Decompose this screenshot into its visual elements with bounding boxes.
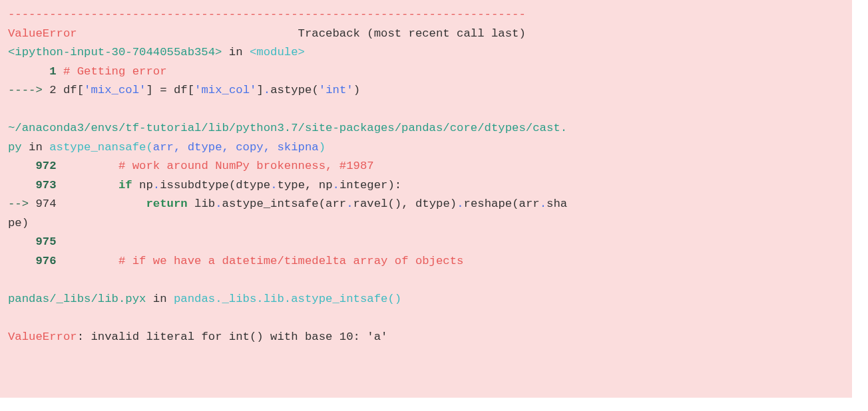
header-spacing xyxy=(77,27,298,40)
function-full-name: pandas._libs.lib.astype_intsafe xyxy=(174,293,387,305)
line-number: 976 xyxy=(35,255,56,267)
paren: ( xyxy=(512,198,519,210)
dot: . xyxy=(346,198,353,210)
dot: . xyxy=(333,179,339,192)
final-error-name: ValueError xyxy=(8,331,77,343)
colon: : xyxy=(77,331,84,343)
line-prefix xyxy=(8,179,35,192)
bracket: [ xyxy=(188,84,194,96)
method-name: astype xyxy=(270,84,312,96)
code-text: lib xyxy=(188,198,215,210)
dot: . xyxy=(264,84,270,96)
code-text: integer xyxy=(339,179,388,192)
paren: ) xyxy=(353,84,360,96)
paren: () xyxy=(387,293,401,305)
string-literal: 'mix_col' xyxy=(84,84,146,96)
file-path: ~/anaconda3/envs/tf-tutorial/lib/python3… xyxy=(8,122,567,134)
current-line-arrow: ----> xyxy=(8,84,49,96)
paren: (), xyxy=(387,198,408,210)
code-text: type xyxy=(278,179,305,192)
dot: . xyxy=(540,198,546,210)
code-text: df xyxy=(63,84,77,96)
dot: . xyxy=(270,179,277,192)
comment-text: # Getting error xyxy=(63,65,167,78)
paren: ( xyxy=(229,179,236,192)
code-text: df xyxy=(174,84,188,96)
string-literal: 'int' xyxy=(319,84,353,96)
in-keyword: in xyxy=(22,141,49,154)
line-prefix xyxy=(8,255,35,267)
code-text: np xyxy=(312,179,332,192)
paren: ) xyxy=(22,217,29,229)
in-keyword: in xyxy=(146,293,173,305)
error-message: invalid literal for int() with base 10: … xyxy=(84,331,387,343)
line-number: 1 xyxy=(49,65,56,78)
module-name: <module> xyxy=(250,46,305,59)
params: arr, dtype, copy, skipna xyxy=(153,141,319,154)
keyword-if: if xyxy=(118,179,132,192)
line-number: 972 xyxy=(35,160,56,172)
dot: . xyxy=(153,179,160,192)
code-text-wrap: pe xyxy=(8,217,22,229)
code-text: dtype xyxy=(236,179,270,192)
code-text: arr xyxy=(519,198,540,210)
spacer xyxy=(57,65,63,78)
line-prefix xyxy=(8,160,35,172)
line-prefix xyxy=(8,65,49,78)
in-keyword: in xyxy=(222,46,249,59)
paren: ( xyxy=(319,198,326,210)
dot: . xyxy=(457,198,463,210)
paren: ) xyxy=(450,198,457,210)
string-literal: 'mix_col' xyxy=(194,84,256,96)
comma: , xyxy=(305,179,312,192)
code-text: issubdtype xyxy=(160,179,229,192)
bracket: ] xyxy=(256,84,263,96)
paren: ): xyxy=(387,179,401,192)
operator: = xyxy=(153,84,174,96)
paren: ( xyxy=(146,141,152,154)
bracket: [ xyxy=(77,84,84,96)
line-number: 975 xyxy=(35,235,56,248)
keyword-return: return xyxy=(146,198,187,210)
error-name: ValueError xyxy=(8,27,77,40)
line-number: 973 xyxy=(35,179,56,192)
comment-text: # work around NumPy brokenness, #1987 xyxy=(118,160,374,172)
spacer xyxy=(57,255,118,267)
spacer xyxy=(57,179,118,192)
file-path-tail: py xyxy=(8,141,22,154)
line-prefix xyxy=(8,235,35,248)
spacer xyxy=(57,198,146,210)
code-text: arr xyxy=(326,198,346,210)
spacer xyxy=(57,160,118,172)
code-text: sha xyxy=(546,198,567,210)
code-text: np xyxy=(132,179,153,192)
paren: ( xyxy=(312,84,318,96)
line-number: 2 xyxy=(49,84,56,96)
line-number: 974 xyxy=(35,198,56,210)
code-text: dtype xyxy=(409,198,450,210)
file-path: pandas/_libs/lib.pyx xyxy=(8,293,146,305)
comment-text: # if we have a datetime/timedelta array … xyxy=(118,255,464,267)
spacer xyxy=(57,84,63,96)
code-text: ravel xyxy=(353,198,388,210)
frame-location: <ipython-input-30-7044055ab354> xyxy=(8,46,222,59)
traceback-output: ----------------------------------------… xyxy=(0,0,852,398)
function-name: astype_nansafe xyxy=(49,141,146,154)
paren: ) xyxy=(319,141,326,154)
separator-line: ----------------------------------------… xyxy=(8,8,526,21)
bracket: ] xyxy=(146,84,152,96)
current-line-arrow: --> xyxy=(8,198,35,210)
code-text: reshape xyxy=(464,198,513,210)
code-text: astype_intsafe xyxy=(222,198,319,210)
dot: . xyxy=(215,198,222,210)
traceback-label: Traceback (most recent call last) xyxy=(298,27,526,40)
